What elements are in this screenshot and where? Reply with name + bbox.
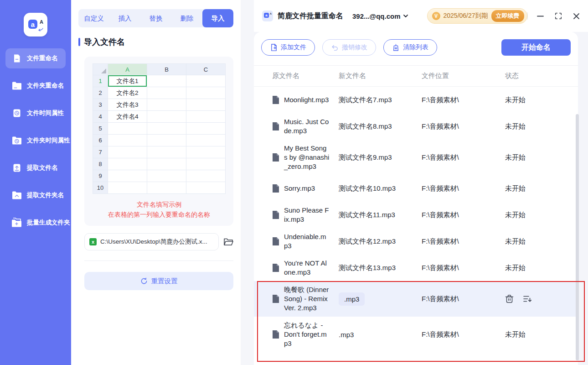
table-row[interactable]: My Best Songs by @nanashi_zero.mp3测试文件名9… — [254, 140, 578, 175]
sheet-corner-cell[interactable] — [93, 64, 108, 75]
sheet-row-header-7[interactable]: 7 — [93, 146, 108, 158]
tab-替换[interactable]: 替换 — [140, 9, 171, 27]
sheet-cell-B4[interactable] — [147, 111, 186, 123]
sheet-row-header-3[interactable]: 3 — [93, 99, 108, 111]
tab-插入[interactable]: 插入 — [109, 9, 140, 27]
table-row[interactable]: Suno Please Fix.mp3测试文件名11.mp3F:\音频素材\未开… — [254, 202, 578, 228]
delete-icon[interactable] — [505, 294, 514, 303]
table-row[interactable]: Music. Just Code.mp3测试文件名8.mp3F:\音频素材\未开… — [254, 113, 578, 140]
sidebar-item-label: 文件夹时间属性 — [27, 136, 70, 145]
maximize-button[interactable] — [555, 12, 562, 20]
sheet-cell-B1[interactable] — [147, 75, 186, 87]
excel-path-input[interactable]: x C:\Users\XU\Desktop\简鹿办公测试.x... — [84, 233, 219, 250]
table-row[interactable]: Undeniable.mp3测试文件名12.mp3F:\音频素材\未开始 — [254, 228, 578, 255]
folder-open-icon — [223, 237, 233, 246]
minimize-button[interactable] — [537, 13, 544, 19]
tab-删除[interactable]: 删除 — [171, 9, 202, 27]
column-header: 文件位置 — [422, 72, 505, 80]
sheet-cell-C5[interactable] — [186, 123, 226, 135]
sheet-cell-A9[interactable] — [108, 170, 147, 182]
close-button[interactable] — [573, 13, 580, 20]
sheet-col-header-A[interactable]: A — [108, 64, 147, 75]
tab-导入[interactable]: 导入 — [202, 9, 233, 27]
sheet-cell-A7[interactable] — [108, 146, 147, 158]
sheet-row-header-8[interactable]: 8 — [93, 158, 108, 170]
sheet-cell-C9[interactable] — [186, 170, 226, 182]
sidebar-item-2[interactable]: 文件夹重命名 — [5, 76, 66, 96]
rename-mode-tabs: 自定义插入替换删除导入 — [78, 9, 233, 27]
sidebar-item-7[interactable]: 批量生成文件夹 — [5, 213, 66, 233]
sheet-row-header-10[interactable]: 10 — [93, 182, 108, 194]
sheet-row-header-5[interactable]: 5 — [93, 123, 108, 135]
browse-folder-button[interactable] — [223, 237, 233, 246]
table-row[interactable]: Sorry.mp3测试文件名10.mp3F:\音频素材\未开始 — [254, 175, 578, 202]
sheet-cell-B2[interactable] — [147, 87, 186, 99]
file-icon — [272, 330, 279, 339]
sidebar-item-label: 提取文件夹名 — [27, 191, 64, 199]
column-header: 新文件名 — [339, 72, 422, 80]
sheet-cell-C1[interactable] — [186, 75, 226, 87]
renew-button[interactable]: 立即续费 — [491, 10, 524, 22]
reset-settings-button[interactable]: 重置设置 — [84, 272, 233, 290]
table-row[interactable]: Moonlight.mp3测试文件名7.mp3F:\音频素材\未开始 — [254, 87, 578, 113]
sheet-cell-C4[interactable] — [186, 111, 226, 123]
sheet-row-header-2[interactable]: 2 — [93, 87, 108, 99]
clear-list-button[interactable]: 清除列表 — [383, 39, 437, 56]
sheet-cell-B6[interactable] — [147, 135, 186, 146]
sheet-row-header-4[interactable]: 4 — [93, 111, 108, 123]
sheet-cell-A4[interactable]: 文件名4 — [108, 111, 147, 123]
sheet-cell-B10[interactable] — [147, 182, 186, 194]
vertical-scrollbar[interactable] — [576, 114, 579, 360]
sidebar-item-3[interactable]: 文件时间属性 — [5, 103, 66, 123]
sheet-col-header-B[interactable]: B — [147, 64, 186, 75]
extension-edit-box[interactable]: .mp3 — [339, 292, 365, 306]
file-location: F:\音频素材\ — [422, 295, 505, 303]
sheet-cell-A1[interactable]: 文件名1 — [108, 75, 147, 87]
sheet-cell-C8[interactable] — [186, 158, 226, 170]
account-dropdown[interactable]: 392...@qq.com — [352, 12, 408, 20]
sheet-cell-C2[interactable] — [186, 87, 226, 99]
sheet-cell-B9[interactable] — [147, 170, 186, 182]
file-location: F:\音频素材\ — [422, 184, 505, 193]
sheet-cell-B8[interactable] — [147, 158, 186, 170]
sidebar-item-5[interactable]: 提取文件名 — [5, 158, 66, 178]
table-row[interactable]: You're NOT Alone.mp3测试文件名13.mp3F:\音频素材\未… — [254, 255, 578, 281]
original-filename: Moonlight.mp3 — [284, 95, 330, 104]
panel-gap — [241, 0, 254, 365]
sheet-cell-A2[interactable]: 文件名2 — [108, 87, 147, 99]
sidebar-item-label: 文件时间属性 — [27, 109, 64, 117]
tab-自定义[interactable]: 自定义 — [78, 9, 109, 27]
undo-button[interactable]: 撤销修改 — [322, 39, 376, 56]
sheet-cell-A8[interactable] — [108, 158, 147, 170]
sheet-cell-C3[interactable] — [186, 99, 226, 111]
move-down-icon[interactable] — [523, 295, 532, 303]
sheet-cell-C7[interactable] — [186, 146, 226, 158]
start-rename-button[interactable]: 开始命名 — [501, 39, 571, 56]
sheet-cell-C6[interactable] — [186, 135, 226, 146]
hint-line: 在表格的第一列输入要重命名的名称 — [93, 209, 226, 219]
sheet-row-header-1[interactable]: 1 — [93, 75, 108, 87]
original-filename: My Best Songs by @nanashi_zero.mp3 — [284, 144, 330, 171]
file-icon — [272, 210, 279, 219]
sheet-row-header-6[interactable]: 6 — [93, 135, 108, 146]
sidebar-item-4[interactable]: 文件夹时间属性 — [5, 130, 66, 151]
file-location: F:\音频素材\ — [422, 237, 505, 246]
sidebar-item-1[interactable]: 文件重命名 — [5, 48, 66, 68]
sheet-cell-A5[interactable] — [108, 123, 147, 135]
table-row[interactable]: 晚餐歌 (Dinner Song) - Remix Ver. 2.mp3.mp3… — [254, 281, 578, 317]
add-files-button[interactable]: 添加文件 — [261, 39, 315, 56]
sidebar-item-6[interactable]: 提取文件夹名 — [5, 185, 66, 205]
sheet-cell-B7[interactable] — [147, 146, 186, 158]
table-row[interactable]: 忘れるなよ - Don't forget.mp3.mp3F:\音频素材\未开始 — [254, 317, 578, 352]
sheet-col-header-C[interactable]: C — [186, 64, 226, 75]
sheet-cell-B3[interactable] — [147, 99, 186, 111]
sheet-cell-C10[interactable] — [186, 182, 226, 194]
sheet-cell-A6[interactable] — [108, 135, 147, 146]
sheet-cell-A10[interactable] — [108, 182, 147, 194]
sidebar-menu: 文件重命名文件夹重命名文件时间属性文件夹时间属性提取文件名提取文件夹名批量生成文… — [0, 48, 71, 240]
sheet-cell-A3[interactable]: 文件名3 — [108, 99, 147, 111]
sheet-row-header-9[interactable]: 9 — [93, 170, 108, 182]
folder-rename-icon — [11, 80, 23, 91]
sheet-cell-B5[interactable] — [147, 123, 186, 135]
minimize-icon — [537, 13, 544, 19]
